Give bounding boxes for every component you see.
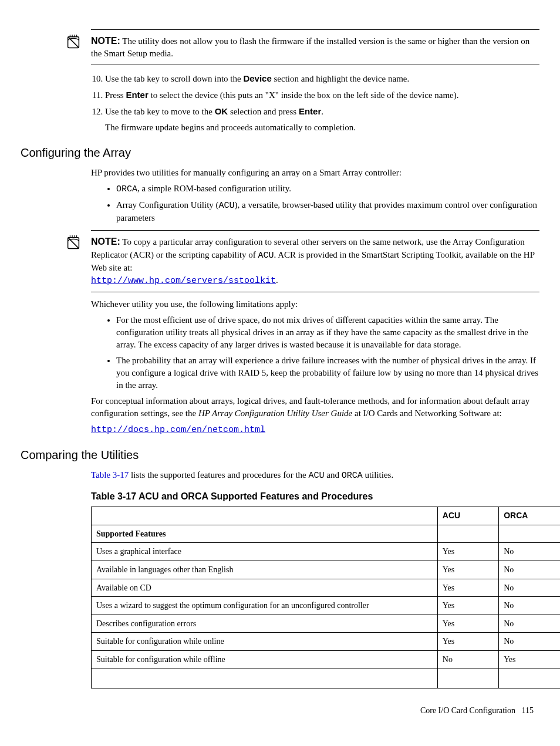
- step-text: section and highlight the device name.: [272, 74, 410, 83]
- table-row: Uses a wizard to suggest the optimum con…: [92, 597, 561, 615]
- feature-cell: Available on CD: [92, 579, 438, 597]
- mono-text: ORCA: [342, 471, 363, 481]
- period: .: [276, 275, 278, 285]
- table-row: Available on CD Yes No: [92, 579, 561, 597]
- steps-list: Use the tab key to scroll down into the …: [91, 72, 539, 134]
- table-xref: Table 3-17: [91, 470, 129, 480]
- step-text: Use the tab key to move to the: [105, 107, 215, 116]
- link-sstoolkit[interactable]: http://www.hp.com/servers/sstoolkit: [91, 276, 276, 286]
- feature-cell: Uses a graphical interface: [92, 543, 438, 561]
- list-item: Array Configuration Utility (ACU), a ver…: [116, 199, 539, 224]
- compare-intro: Table 3-17 lists the supported features …: [91, 469, 539, 482]
- col-blank: [92, 507, 438, 525]
- orca-cell: No: [499, 633, 560, 651]
- step-12: Use the tab key to move to the OK select…: [105, 105, 539, 134]
- heading-configuring-array: Configuring the Array: [21, 144, 539, 161]
- table-empty-row: [92, 669, 561, 688]
- table-caption: Table 3-17 ACU and ORCA Supported Featur…: [91, 490, 539, 503]
- step-text: Press: [105, 90, 126, 100]
- step-text: Use the tab key to scroll down into the: [105, 74, 243, 83]
- concept-paragraph: For conceptual information about arrays,…: [91, 395, 539, 420]
- feature-cell: Available in languages other than Englis…: [92, 561, 438, 579]
- note-icon: [65, 234, 82, 252]
- acu-cell: Yes: [437, 543, 498, 561]
- list-text: Array Configuration Utility (: [116, 200, 219, 210]
- page-number: 115: [522, 706, 534, 715]
- mono-text: ORCA: [116, 184, 137, 194]
- table-row: Uses a graphical interface Yes No: [92, 543, 561, 561]
- footer-text: Core I/O Card Configuration: [420, 706, 515, 715]
- step-sub-text: The firmware update begins and proceeds …: [105, 121, 539, 134]
- orca-cell: No: [499, 615, 560, 633]
- orca-cell: No: [499, 597, 560, 615]
- table-subheader-row: Supported Features: [92, 525, 561, 543]
- empty-cell: [437, 525, 498, 543]
- list-text: , a simple ROM-based configuration utili…: [137, 184, 291, 193]
- step-text: to select the device (this puts an "X" i…: [149, 90, 459, 100]
- note-text: The utility does not allow you to flash …: [91, 36, 529, 58]
- table-row: Suitable for configuration while online …: [92, 633, 561, 651]
- acu-cell: Yes: [437, 561, 498, 579]
- feature-cell: Describes configuration errors: [92, 615, 438, 633]
- feature-cell: Uses a wizard to suggest the optimum con…: [92, 597, 438, 615]
- concept-italic: HP Array Configuration Utility User Guid…: [198, 409, 352, 418]
- intro-text: lists the supported features and procedu…: [129, 470, 308, 480]
- table-row: Suitable for configuration while offline…: [92, 650, 561, 669]
- note-label: NOTE:: [91, 237, 120, 247]
- page-footer: Core I/O Card Configuration 115: [21, 705, 539, 717]
- empty-cell: [92, 669, 438, 688]
- acu-cell: Yes: [437, 579, 498, 597]
- subheader-cell: Supported Features: [92, 525, 438, 543]
- limits-intro: Whichever utility you use, the following…: [91, 298, 539, 310]
- heading-comparing-utilities: Comparing the Utilities: [21, 447, 539, 463]
- table-row: Available in languages other than Englis…: [92, 561, 561, 579]
- mono-text: ACU: [309, 471, 325, 481]
- empty-cell: [437, 669, 498, 688]
- acu-cell: Yes: [437, 633, 498, 651]
- feature-cell: Suitable for configuration while offline: [92, 650, 438, 669]
- intro-text: utilities.: [363, 470, 394, 480]
- step-bold: OK: [215, 106, 228, 116]
- step-bold: Enter: [126, 90, 148, 100]
- list-item: For the most efficient use of drive spac…: [116, 314, 539, 351]
- table-header-row: ACU ORCA: [92, 507, 561, 525]
- note-block-firmware: NOTE: The utility does not allow you to …: [91, 29, 539, 65]
- table-row: Describes configuration errors Yes No: [92, 615, 561, 633]
- step-text: selection and press: [228, 107, 299, 116]
- intro-text: and: [325, 470, 342, 480]
- step-11: Press Enter to select the device (this p…: [105, 89, 539, 102]
- mono-text: ACU: [219, 201, 235, 211]
- utility-list: ORCA, a simple ROM-based configuration u…: [106, 183, 539, 224]
- list-item: The probability that an array will exper…: [116, 355, 539, 391]
- acu-cell: Yes: [437, 615, 498, 633]
- mono-text: ACU: [258, 251, 274, 261]
- feature-cell: Suitable for configuration while online: [92, 633, 438, 651]
- orca-cell: No: [499, 579, 560, 597]
- acu-cell: Yes: [437, 597, 498, 615]
- empty-cell: [499, 525, 560, 543]
- link-netcom[interactable]: http://docs.hp.com/en/netcom.html: [91, 425, 265, 435]
- concept-text: at I/O Cards and Networking Software at:: [352, 409, 502, 418]
- step-bold: Enter: [299, 106, 321, 116]
- features-table: ACU ORCA Supported Features Uses a graph…: [91, 507, 560, 688]
- acu-cell: No: [437, 650, 498, 669]
- col-orca: ORCA: [499, 507, 560, 525]
- empty-cell: [499, 669, 560, 688]
- section-intro: HP provides two utilities for manually c…: [91, 167, 539, 179]
- note-icon: [65, 33, 82, 51]
- col-acu: ACU: [437, 507, 498, 525]
- orca-cell: No: [499, 561, 560, 579]
- step-text: .: [321, 107, 323, 116]
- orca-cell: Yes: [499, 650, 560, 669]
- orca-cell: No: [499, 543, 560, 561]
- step-bold: Device: [243, 73, 271, 83]
- note-label: NOTE:: [91, 36, 120, 46]
- note-block-acr: NOTE: To copy a particular array configu…: [91, 230, 539, 292]
- limits-list: For the most efficient use of drive spac…: [106, 314, 539, 391]
- step-10: Use the tab key to scroll down into the …: [105, 72, 539, 85]
- list-item: ORCA, a simple ROM-based configuration u…: [116, 183, 539, 195]
